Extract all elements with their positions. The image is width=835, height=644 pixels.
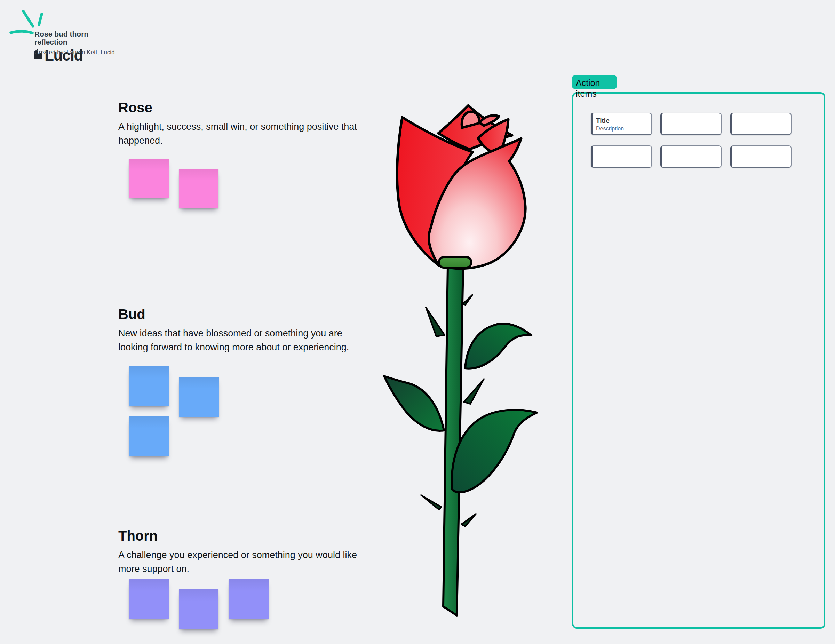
card-title: Title	[596, 117, 648, 124]
section-rose-heading: Rose	[118, 99, 362, 115]
action-item-card[interactable]	[591, 145, 652, 168]
section-thorn-description: A challenge you experienced or something…	[118, 548, 362, 576]
rose-flower-head	[397, 106, 525, 268]
byline: Created by: Lauren Kett, Lucid	[34, 49, 115, 56]
section-bud-heading: Bud	[118, 306, 362, 322]
sticky-note-thorn[interactable]	[229, 579, 269, 619]
action-item-card[interactable]	[660, 145, 721, 168]
sticky-note-thorn[interactable]	[129, 579, 169, 619]
rose-illustration[interactable]	[379, 102, 543, 621]
section-thorn-heading: Thorn	[118, 528, 362, 544]
action-item-card[interactable]	[730, 145, 791, 168]
section-rose: Rose A highlight, success, small win, or…	[118, 99, 362, 148]
sticky-note-bud[interactable]	[129, 366, 169, 407]
whiteboard-canvas: { "header": { "title": "Rose bud thorn r…	[0, 0, 835, 644]
action-items-label[interactable]: Action items	[576, 78, 608, 99]
section-bud: Bud New ideas that have blossomed or som…	[118, 306, 362, 354]
action-item-card[interactable]	[660, 113, 721, 135]
page-title: Rose bud thorn reflection	[34, 30, 101, 46]
action-item-card[interactable]: Title Description	[591, 113, 652, 135]
sticky-note-thorn[interactable]	[179, 589, 218, 629]
section-bud-description: New ideas that have blossomed or somethi…	[118, 326, 362, 354]
action-item-card[interactable]	[730, 113, 791, 135]
sticky-note-bud[interactable]	[179, 377, 219, 417]
section-rose-description: A highlight, success, small win, or some…	[118, 120, 362, 148]
card-description: Description	[596, 125, 648, 132]
action-items-container[interactable]	[572, 92, 825, 629]
section-thorn: Thorn A challenge you experienced or som…	[118, 528, 362, 576]
spark-stroke	[11, 31, 32, 33]
sticky-note-rose[interactable]	[179, 169, 218, 208]
sticky-note-rose[interactable]	[129, 159, 169, 198]
rose-calyx	[439, 257, 471, 268]
spark-stroke	[23, 11, 33, 26]
spark-stroke	[39, 14, 42, 25]
sticky-note-bud[interactable]	[129, 416, 169, 457]
